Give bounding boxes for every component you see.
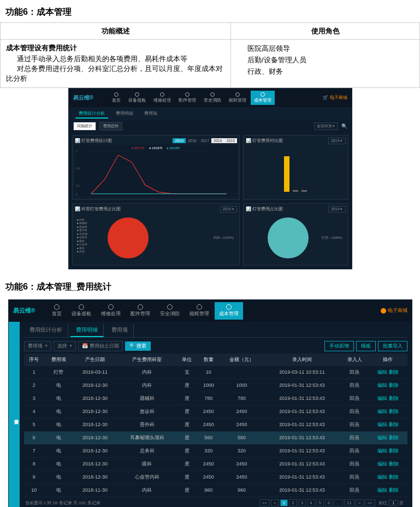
subtab-detail[interactable]: 费用明细	[113, 109, 137, 119]
nav2-0[interactable]: 首页	[48, 302, 66, 320]
table-row[interactable]: 8电2018-12-30眼科度245024502019-01-31 12:53:…	[24, 457, 407, 470]
subtab2-detail[interactable]: 费用明细	[70, 324, 104, 337]
table-row[interactable]: 6电2018-12-30耳鼻喉咽头颈科度5605602019-01-31 12:…	[24, 431, 407, 444]
page-btn[interactable]: 6	[325, 499, 333, 506]
delete-link[interactable]: 删除	[389, 409, 399, 414]
edit-link[interactable]: 编辑	[377, 474, 387, 480]
page-btn[interactable]: <<	[259, 499, 270, 506]
delete-link[interactable]: 删除	[389, 369, 399, 375]
table-row[interactable]: 2电2018-12-30内科度100010002019-01-31 12:53:…	[24, 379, 407, 392]
nav2-5[interactable]: 能耗管理	[185, 302, 214, 320]
nav-4[interactable]: 安全消防	[200, 91, 224, 105]
year-dropdown-d[interactable]: 2019 ▾	[328, 206, 346, 213]
edit-link[interactable]: 编辑	[377, 487, 387, 493]
search-button[interactable]: 🔍 搜索	[125, 341, 151, 351]
delete-link[interactable]: 删除	[389, 474, 399, 480]
edit-link[interactable]: 编辑	[377, 461, 387, 467]
page-btn[interactable]: 11	[344, 499, 354, 506]
edit-link[interactable]: 编辑	[377, 422, 387, 427]
table-row[interactable]: 3电2018-12-30器械科度7807802019-01-31 12:53:4…	[24, 392, 407, 405]
svg-text:0.6: 0.6	[75, 167, 79, 170]
nav2-6[interactable]: 成本管理	[215, 302, 243, 320]
subtab2-analysis[interactable]: 费用统计分析	[24, 324, 68, 337]
nav2-1[interactable]: 设备巡检	[67, 302, 96, 320]
template-button[interactable]: 模板	[356, 341, 376, 351]
filter-date[interactable]: 📅 费用始止日期	[78, 341, 123, 351]
delete-link[interactable]: 删除	[389, 448, 399, 453]
table-row[interactable]: 9电2018-12-30心血管内科度245024502019-01-31 12:…	[24, 470, 407, 484]
table-row[interactable]: 1灯管2019-03-11内科支102019-03-11 10:53:11田燕编…	[24, 366, 407, 379]
delete-link[interactable]: 删除	[389, 396, 399, 401]
import-button[interactable]: 批量导入	[378, 341, 407, 351]
roles-cell: 医院高层领导 后勤/设备管理人员 行政、财务	[231, 40, 420, 88]
delete-link[interactable]: 删除	[389, 435, 399, 440]
delete-link[interactable]: 删除	[389, 382, 399, 388]
year-dropdown-b[interactable]: 2019 ▾	[328, 138, 346, 144]
page-btn[interactable]: ...	[334, 499, 343, 506]
nav-icon	[160, 92, 164, 97]
mall-link[interactable]: 🛒 电子商城	[323, 95, 347, 101]
page-btn[interactable]: 2	[289, 499, 297, 506]
nav-5[interactable]: 能耗管理	[226, 91, 250, 105]
subtabs2: 费用统计分析 费用明细 费用项	[24, 324, 407, 338]
pie-chart-dept: ■ 内科■ 器械科■ 急诊科■ 普外科■ 耳鼻喉■ 总务科■ 眼科■ 心血管■ …	[75, 214, 238, 263]
nav-2[interactable]: 维修处理	[150, 91, 174, 105]
filter-loc[interactable]: 选择	[54, 341, 76, 351]
table-row[interactable]: 10电2018-11-30内科度9609602019-01-31 12:53:4…	[24, 484, 407, 497]
page-btn[interactable]: 4	[307, 499, 315, 506]
panel-line-chart: 📊 灯管费用统计图 20192018201720162015 ● 2017年 ●…	[72, 135, 240, 200]
nav-icon	[185, 92, 190, 97]
topbar2: 易云维® 首页设备巡检维修处理配件管理安全消防能耗管理成本管理 电子商城	[9, 300, 412, 322]
year-tabs[interactable]: 20192018201720162015	[173, 138, 237, 143]
dept-dropdown[interactable]: 全部科室 ▾	[314, 122, 338, 130]
page-btn[interactable]: >	[356, 499, 364, 506]
subtab-item[interactable]: 费用项	[141, 109, 161, 119]
nav-6[interactable]: 成本管理	[251, 91, 275, 105]
filter-type[interactable]: 费用项	[24, 341, 51, 351]
nav-icon	[261, 92, 265, 97]
overview-p1: 通过手动录入总务后勤相关的各项费用、易耗件成本等	[6, 54, 225, 64]
page-btn[interactable]: 1	[280, 499, 288, 506]
page-btn[interactable]: >>	[365, 499, 375, 506]
nav2-4[interactable]: 安全消防	[156, 302, 184, 320]
svg-text:0.2: 0.2	[75, 184, 79, 187]
pager-pages[interactable]: <<<123456...11>>> 前往 页	[259, 499, 406, 506]
delete-link[interactable]: 删除	[389, 487, 399, 493]
goto-input[interactable]	[388, 500, 398, 506]
nav-3[interactable]: 配件管理	[175, 91, 199, 105]
subtab2-item[interactable]: 费用项	[106, 324, 134, 337]
tab-trend[interactable]: 费用趋势	[99, 122, 122, 131]
dashboard-cost-detail: 易云维® 首页设备巡检维修处理配件管理安全消防能耗管理成本管理 电子商城 费用管…	[8, 299, 412, 507]
table-row[interactable]: 4电2018-12-30急诊科度245024502019-01-31 12:53…	[24, 405, 407, 418]
nav-1[interactable]: 设备巡检	[125, 91, 149, 105]
page-btn[interactable]: 5	[316, 499, 324, 506]
edit-link[interactable]: 编辑	[377, 435, 387, 440]
edit-link[interactable]: 编辑	[377, 396, 387, 401]
sidebar-label[interactable]: 费用管理	[9, 322, 20, 507]
th: 费用项	[44, 353, 73, 366]
subtab-analysis[interactable]: 费用统计分析	[75, 109, 108, 119]
edit-link[interactable]: 编辑	[377, 382, 387, 388]
th: 产生费用科室	[117, 353, 177, 366]
tab-same-period[interactable]: 同期统计	[73, 122, 96, 131]
nav-icon	[235, 92, 240, 97]
table-row[interactable]: 5电2018-12-30普外科度245024502019-01-31 12:53…	[24, 418, 407, 431]
page-btn[interactable]: 3	[298, 499, 306, 506]
search-icon[interactable]: 🔍	[341, 123, 347, 129]
mall-link2[interactable]: 电子商城	[381, 307, 407, 314]
edit-link[interactable]: 编辑	[377, 369, 387, 375]
panel-c-title: 科室灯管费用占比图	[81, 207, 121, 211]
nav-0[interactable]: 首页	[109, 91, 124, 105]
edit-link[interactable]: 编辑	[377, 409, 387, 414]
delete-link[interactable]: 删除	[389, 461, 399, 467]
nav2-2[interactable]: 维修处理	[97, 302, 125, 320]
year-dropdown-c[interactable]: 2019 ▾	[220, 206, 238, 213]
filter-bar: 费用项 选择 📅 费用始止日期 🔍 搜索 手动新增 模板 批量导入	[24, 341, 407, 351]
add-button[interactable]: 手动新增	[324, 341, 354, 351]
edit-link[interactable]: 编辑	[377, 448, 387, 453]
page-btn[interactable]: <	[271, 499, 279, 506]
nav2-3[interactable]: 配件管理	[126, 302, 155, 320]
nav-icon	[226, 304, 232, 310]
delete-link[interactable]: 删除	[389, 422, 399, 427]
table-row[interactable]: 7电2018-12-30总务科度3203202019-01-31 12:53:4…	[24, 444, 407, 457]
